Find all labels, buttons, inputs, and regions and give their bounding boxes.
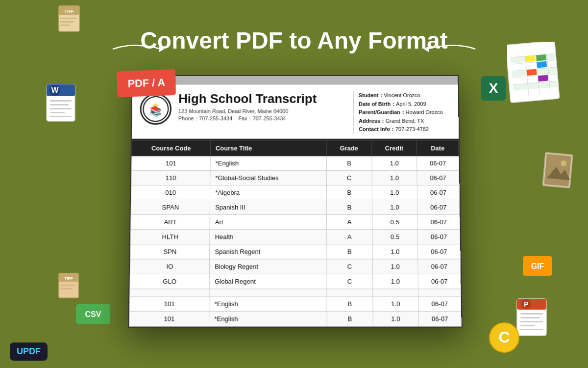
student-dob: Date of Birth：April 5, 2009 [359,100,451,108]
svg-text:📚: 📚 [149,105,162,117]
transcript-header: ⭐ 📚 High School Transcript 123 Mountain … [132,85,459,140]
col-header-title: Course Title [210,140,326,156]
c-lang-icon: C [489,322,520,356]
table-row: SPNSpanish RegentB1.006-07 [130,244,461,259]
table-cell: B [326,156,371,171]
table-cell: B [327,312,373,327]
table-cell: Health [210,230,327,244]
table-cell: 101 [131,156,210,171]
transcript-document: PDF / A ⭐ 📚 High School Transcript 123 M… [128,75,463,328]
table-cell: A [327,230,372,244]
table-cell: Biology Regent [210,259,327,274]
table-row: 101*EnglishB1.006-07 [129,312,462,327]
table-cell: *Algebra [210,185,327,200]
table-row: 101*EnglishB1.006-07 [129,296,461,312]
student-address: Address：Grand Bend, TX [359,117,451,125]
table-cell [130,289,210,296]
table-row [130,289,461,296]
svg-text:X: X [489,80,498,96]
svg-text:TIFF: TIFF [65,276,73,281]
svg-rect-34 [527,69,537,76]
school-phone: Phone：707-255-3434 Fax：707-255-3434 [178,115,354,122]
svg-text:W: W [51,86,59,94]
table-cell: 06-07 [418,274,461,289]
svg-rect-14 [50,108,72,109]
table-cell: 06-07 [418,259,461,274]
table-cell: 06-07 [418,296,461,312]
table-cell: SPN [130,244,210,259]
student-contact: Contact Info：707-273-4782 [359,125,451,133]
svg-rect-16 [50,116,72,117]
table-cell: B [327,296,373,312]
svg-rect-35 [538,75,548,82]
table-cell: 06-07 [417,185,459,200]
table-cell: C [327,259,372,274]
table-cell: 1.0 [372,259,418,274]
svg-rect-6 [60,21,74,23]
table-cell: *English [210,156,326,171]
table-cell: 1.0 [372,296,418,312]
svg-rect-31 [525,55,536,62]
photo-icon [542,152,574,189]
table-cell: 0.5 [372,214,417,229]
transcript-title: High School Transcript [178,91,353,106]
gif-icon: GIF [523,256,550,276]
excel-icon: X [481,76,506,101]
table-cell: B [326,185,372,200]
table-row: 110*Global-Social StudiesC1.006-07 [131,171,459,185]
table-row: 101*EnglishB1.006-07 [131,156,459,171]
table-cell: Art [210,214,326,229]
table-cell: 06-07 [417,200,460,214]
svg-rect-59 [520,325,535,326]
svg-rect-58 [520,321,543,322]
table-cell [372,289,418,296]
updf-logo: UPDF [10,342,48,361]
table-row: IOBiology RegentC1.006-07 [130,259,460,274]
col-header-date: Date [416,140,459,156]
table-cell: HLTH [130,230,210,244]
table-cell: 101 [129,296,209,312]
svg-rect-57 [520,317,540,318]
ppt-icon: P [515,297,550,341]
table-cell: 06-07 [418,312,461,327]
svg-text:GIF: GIF [531,262,544,270]
svg-text:CSV: CSV [85,310,101,318]
table-cell: 1.0 [373,312,419,327]
table-cell: 1.0 [372,244,418,259]
student-guardian: Parent/Guardian：Howard Orozco [359,108,451,117]
tiff-bottom-icon: TIFF [56,272,83,304]
table-cell: 06-07 [417,156,459,171]
svg-rect-15 [50,112,65,113]
table-cell [418,289,461,296]
table-cell: 0.5 [372,230,417,244]
pdf-badge: PDF / A [117,69,176,97]
table-cell: ART [131,214,210,229]
doc-top-bar [132,76,458,85]
svg-text:C: C [498,328,510,346]
table-cell: SPAN [131,200,210,214]
table-cell: 1.0 [372,171,417,185]
csv-icon: CSV [76,304,105,324]
table-cell: C [327,274,372,289]
word-icon: W [44,83,83,130]
table-cell [327,289,372,296]
svg-rect-32 [536,54,546,61]
school-logo: ⭐ 📚 [140,93,172,125]
svg-rect-23 [60,288,73,289]
svg-rect-5 [60,18,76,19]
col-header-credit: Credit [371,140,416,156]
table-cell: 1.0 [372,200,417,214]
table-cell: 101 [129,312,209,327]
table-cell: 06-07 [417,171,459,185]
table-cell: 1.0 [371,156,417,171]
table-row: ARTArtA0.506-07 [131,214,460,229]
table-cell: Global Regent [209,274,327,289]
table-cell: C [326,171,372,185]
table-row: 010*AlgebraB1.006-07 [131,185,460,200]
table-cell: GLO [130,274,210,289]
table-cell: Spanish Regent [210,244,327,259]
table-cell: *English [209,296,327,312]
table-cell: 1.0 [372,185,417,200]
table-cell [209,289,327,296]
table-cell: 06-07 [417,230,460,244]
